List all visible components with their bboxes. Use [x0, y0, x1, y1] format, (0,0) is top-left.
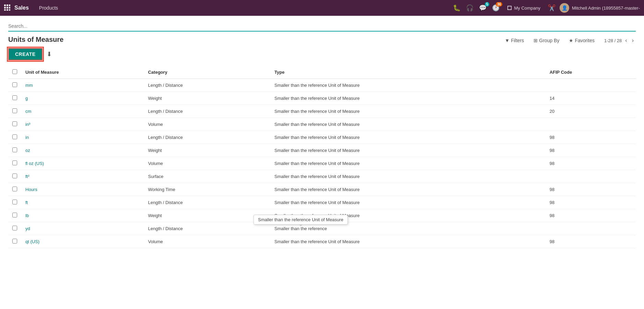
cell-category: Weight	[144, 209, 270, 222]
cell-category: Surface	[144, 170, 270, 183]
cell-uom: ft	[21, 196, 144, 209]
table-row[interactable]: ozWeightSmaller than the reference Unit …	[8, 144, 636, 157]
filter-icon: ▼	[505, 38, 510, 43]
nav-item-products[interactable]: Products	[36, 0, 71, 16]
cell-uom: cm	[21, 105, 144, 118]
bug-icon[interactable]: 🐛	[452, 3, 462, 13]
svg-rect-6	[4, 9, 6, 11]
cell-afip: 98	[546, 131, 636, 144]
select-all-checkbox[interactable]	[12, 69, 17, 74]
download-button[interactable]: ⬇	[45, 49, 53, 59]
row-checkbox-11[interactable]	[12, 226, 17, 230]
cell-afip	[546, 79, 636, 92]
row-checkbox-3[interactable]	[12, 121, 17, 126]
svg-rect-5	[9, 7, 10, 9]
row-checkbox-10[interactable]	[12, 213, 17, 217]
table-row[interactable]: fl oz (US)VolumeSmaller than the referen…	[8, 157, 636, 170]
row-checkbox-8[interactable]	[12, 187, 17, 191]
cell-type: Smaller than the reference Unit of Measu…	[270, 170, 546, 183]
company-selector[interactable]: My Company	[504, 5, 544, 11]
cell-type: Smaller than the reference Unit of Measu…	[270, 196, 546, 209]
headset-icon[interactable]: 🎧	[465, 3, 475, 13]
cell-uom: mm	[21, 79, 144, 92]
row-checkbox-1[interactable]	[12, 95, 17, 100]
row-checkbox-6[interactable]	[12, 161, 17, 165]
cell-afip: 98	[546, 235, 636, 248]
table-row[interactable]: qt (US)VolumeSmaller than the reference …	[8, 235, 636, 248]
next-page-button[interactable]: ›	[630, 37, 636, 44]
cell-category: Volume	[144, 157, 270, 170]
cell-afip	[546, 222, 636, 235]
table-row[interactable]: ftLength / DistanceSmaller than the refe…	[8, 196, 636, 209]
cell-type: Smaller than the reference Unit of Measu…	[270, 79, 546, 92]
svg-rect-8	[9, 9, 10, 11]
row-checkbox-0[interactable]	[12, 82, 17, 87]
navbar: Sales OrdersTo InvoiceProductsReportingC…	[0, 0, 644, 16]
cell-afip: 98	[546, 196, 636, 209]
app-name[interactable]: Sales	[14, 5, 29, 11]
layers-icon: ⊞	[534, 38, 538, 43]
cell-category: Volume	[144, 118, 270, 131]
row-checkbox-4[interactable]	[12, 134, 17, 139]
table-row[interactable]: cmLength / DistanceSmaller than the refe…	[8, 105, 636, 118]
select-all-header[interactable]	[8, 66, 21, 79]
create-button[interactable]: CREATE	[8, 48, 43, 60]
cell-afip	[546, 118, 636, 131]
cell-type: Smaller than the referenceSmaller than t…	[270, 222, 546, 235]
cell-category: Length / Distance	[144, 222, 270, 235]
table-row[interactable]: ft²SurfaceSmaller than the reference Uni…	[8, 170, 636, 183]
chat-icon[interactable]: 💬5	[478, 3, 488, 13]
groupby-button[interactable]: ⊞ Group By	[529, 36, 563, 45]
page-title: Units of Measure	[8, 36, 63, 44]
row-checkbox-2[interactable]	[12, 108, 17, 113]
row-checkbox-12[interactable]	[12, 239, 17, 243]
units-of-measure-table: Unit of Measure Category Type AFIP Code …	[8, 66, 636, 248]
favorites-button[interactable]: ★ Favorites	[565, 36, 599, 45]
cell-afip: 20	[546, 105, 636, 118]
svg-rect-3	[4, 7, 6, 9]
filter-controls: ▼ Filters ⊞ Group By ★ Favorites 1-28 / …	[501, 36, 636, 45]
cell-category: Weight	[144, 144, 270, 157]
table-row[interactable]: HoursWorking TimeSmaller than the refere…	[8, 183, 636, 196]
search-bar	[8, 21, 636, 32]
table-row[interactable]: inLength / DistanceSmaller than the refe…	[8, 131, 636, 144]
search-input[interactable]	[8, 21, 636, 31]
table-row[interactable]: lbWeightSmaller than the reference Unit …	[8, 209, 636, 222]
cell-afip	[546, 170, 636, 183]
cell-afip: 98	[546, 144, 636, 157]
cell-type: Smaller than the reference Unit of Measu…	[270, 157, 546, 170]
apps-grid-icon[interactable]	[4, 4, 10, 12]
prev-page-button[interactable]: ‹	[623, 37, 629, 44]
cell-category: Length / Distance	[144, 131, 270, 144]
cell-uom: Hours	[21, 183, 144, 196]
cell-uom: yd	[21, 222, 144, 235]
chat-badge: 5	[485, 2, 490, 7]
row-checkbox-9[interactable]	[12, 200, 17, 204]
cell-uom: in	[21, 131, 144, 144]
table-row[interactable]: ydLength / DistanceSmaller than the refe…	[8, 222, 636, 235]
page-content: Units of Measure ▼ Filters ⊞ Group By ★ …	[0, 16, 644, 254]
cell-uom: g	[21, 92, 144, 105]
cell-uom: ft²	[21, 170, 144, 183]
table-row[interactable]: mmLength / DistanceSmaller than the refe…	[8, 79, 636, 92]
cell-uom: fl oz (US)	[21, 157, 144, 170]
cell-category: Length / Distance	[144, 79, 270, 92]
cell-type: Smaller than the reference Unit of Measu…	[270, 183, 546, 196]
cell-afip: 98	[546, 183, 636, 196]
cell-type: Smaller than the reference Unit of Measu…	[270, 131, 546, 144]
cell-uom: qt (US)	[21, 235, 144, 248]
row-checkbox-7[interactable]	[12, 174, 17, 178]
cell-type: Smaller than the reference Unit of Measu…	[270, 235, 546, 248]
star-icon: ★	[569, 38, 573, 43]
company-name: My Company	[514, 5, 540, 11]
settings-icon[interactable]: ✂️	[547, 3, 557, 13]
user-name[interactable]: Mitchell Admin (18955857-master-	[572, 5, 640, 11]
table-row[interactable]: in³VolumeSmaller than the reference Unit…	[8, 118, 636, 131]
toolbar: CREATE ⬇	[8, 48, 636, 60]
svg-rect-2	[9, 4, 10, 6]
filters-button[interactable]: ▼ Filters	[501, 36, 528, 45]
table-row[interactable]: gWeightSmaller than the reference Unit o…	[8, 92, 636, 105]
cell-afip: 98	[546, 209, 636, 222]
activity-icon[interactable]: 🕐36	[491, 3, 501, 13]
row-checkbox-5[interactable]	[12, 147, 17, 152]
